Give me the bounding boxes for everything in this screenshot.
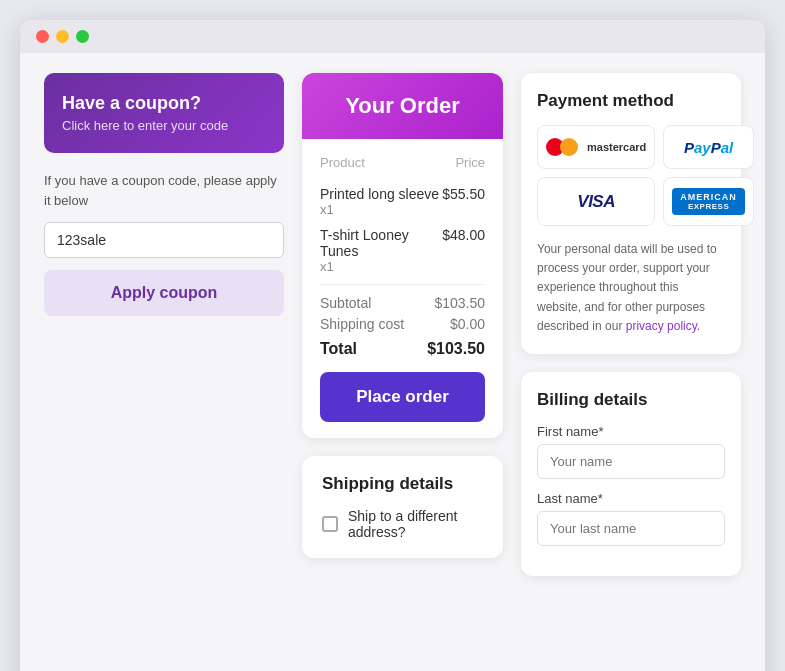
item-2-qty: x1 bbox=[320, 259, 442, 274]
different-address-checkbox[interactable] bbox=[322, 516, 338, 532]
shipping-card: Shipping details Ship to a different add… bbox=[302, 456, 503, 558]
amex-option[interactable]: AMERICAN EXPRESS bbox=[663, 177, 754, 226]
first-name-input[interactable] bbox=[537, 444, 725, 479]
order-body: Product Price Printed long sleeve x1 $55… bbox=[302, 139, 503, 438]
paypal-option[interactable]: PayPal bbox=[663, 125, 754, 169]
order-table-header: Product Price bbox=[320, 155, 485, 176]
last-name-label: Last name* bbox=[537, 491, 725, 506]
left-column: Have a coupon? Click here to enter your … bbox=[44, 73, 284, 316]
total-value: $103.50 bbox=[427, 340, 485, 358]
maximize-dot[interactable] bbox=[76, 30, 89, 43]
item-1-price: $55.50 bbox=[442, 186, 485, 202]
col-price-label: Price bbox=[455, 155, 485, 170]
different-address-label: Ship to a different address? bbox=[348, 508, 483, 540]
subtotal-value: $103.50 bbox=[434, 295, 485, 311]
order-header: Your Order bbox=[302, 73, 503, 139]
subtotal-row: Subtotal $103.50 bbox=[320, 295, 485, 311]
billing-title: Billing details bbox=[537, 390, 725, 410]
page-content: Have a coupon? Click here to enter your … bbox=[20, 53, 765, 606]
item-1-name: Printed long sleeve bbox=[320, 186, 439, 202]
payment-title: Payment method bbox=[537, 91, 725, 111]
item-2-price: $48.00 bbox=[442, 227, 485, 243]
visa-option[interactable]: VISA bbox=[537, 177, 655, 226]
last-name-group: Last name* bbox=[537, 491, 725, 546]
first-name-label: First name* bbox=[537, 424, 725, 439]
subtotal-label: Subtotal bbox=[320, 295, 371, 311]
coupon-input[interactable] bbox=[44, 222, 284, 258]
payment-card: Payment method mastercard PayPal bbox=[521, 73, 741, 354]
different-address-row[interactable]: Ship to a different address? bbox=[322, 508, 483, 540]
item-1-qty: x1 bbox=[320, 202, 439, 217]
total-label: Total bbox=[320, 340, 357, 358]
shipping-row: Shipping cost $0.00 bbox=[320, 316, 485, 332]
browser-titlebar bbox=[20, 20, 765, 53]
order-item: Printed long sleeve x1 $55.50 bbox=[320, 186, 485, 217]
item-2-name: T-shirt Looney Tunes bbox=[320, 227, 442, 259]
first-name-group: First name* bbox=[537, 424, 725, 479]
browser-window: Have a coupon? Click here to enter your … bbox=[20, 20, 765, 671]
close-dot[interactable] bbox=[36, 30, 49, 43]
coupon-banner[interactable]: Have a coupon? Click here to enter your … bbox=[44, 73, 284, 153]
middle-column: Your Order Product Price Printed long sl… bbox=[302, 73, 503, 558]
coupon-description: If you have a coupon code, please apply … bbox=[44, 171, 284, 210]
shipping-value: $0.00 bbox=[450, 316, 485, 332]
mc-orange-circle bbox=[560, 138, 578, 156]
order-card: Your Order Product Price Printed long sl… bbox=[302, 73, 503, 438]
apply-coupon-button[interactable]: Apply coupon bbox=[44, 270, 284, 316]
shipping-label: Shipping cost bbox=[320, 316, 404, 332]
right-column: Payment method mastercard PayPal bbox=[521, 73, 741, 576]
mastercard-option[interactable]: mastercard bbox=[537, 125, 655, 169]
order-title: Your Order bbox=[322, 93, 483, 119]
minimize-dot[interactable] bbox=[56, 30, 69, 43]
shipping-title: Shipping details bbox=[322, 474, 483, 494]
amex-logo: AMERICAN EXPRESS bbox=[672, 188, 745, 215]
payment-methods-grid: mastercard PayPal VISA AMERICAN bbox=[537, 125, 725, 226]
privacy-policy-link[interactable]: privacy policy. bbox=[626, 319, 700, 333]
coupon-banner-title: Have a coupon? bbox=[62, 93, 266, 114]
col-product-label: Product bbox=[320, 155, 365, 170]
place-order-button[interactable]: Place order bbox=[320, 372, 485, 422]
mastercard-text: mastercard bbox=[587, 141, 646, 153]
order-item: T-shirt Looney Tunes x1 $48.00 bbox=[320, 227, 485, 274]
coupon-banner-subtitle: Click here to enter your code bbox=[62, 118, 266, 133]
order-divider bbox=[320, 284, 485, 285]
billing-card: Billing details First name* Last name* bbox=[521, 372, 741, 576]
mastercard-logo: mastercard bbox=[546, 138, 646, 156]
last-name-input[interactable] bbox=[537, 511, 725, 546]
total-row: Total $103.50 bbox=[320, 340, 485, 358]
payment-info-text: Your personal data will be used to proce… bbox=[537, 240, 725, 336]
visa-logo: VISA bbox=[577, 192, 615, 212]
paypal-logo: PayPal bbox=[684, 139, 733, 156]
